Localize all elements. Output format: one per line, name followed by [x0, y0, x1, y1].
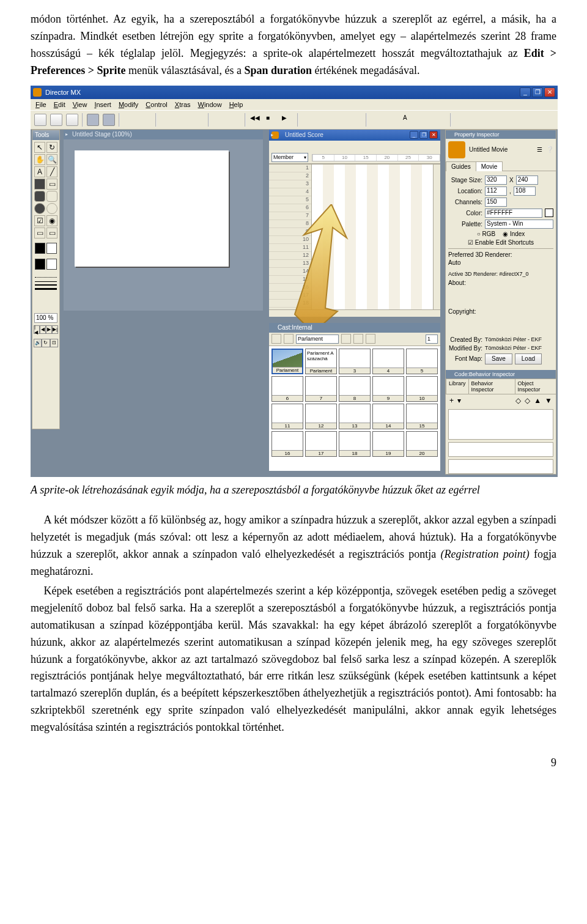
score-row[interactable]: 1 — [269, 164, 311, 172]
score-row[interactable]: 6 — [269, 204, 311, 212]
tab-movie[interactable]: Movie — [476, 161, 503, 171]
loc-y-field[interactable]: 108 — [514, 187, 536, 196]
score-row[interactable]: 14 — [269, 268, 311, 276]
stage-button[interactable] — [302, 114, 314, 126]
score-grid[interactable] — [312, 164, 433, 309]
stepfwd-icon[interactable]: ▶ — [46, 325, 52, 334]
field-tool-icon[interactable]: ▭ — [34, 227, 45, 238]
find-button[interactable] — [213, 114, 225, 126]
cast-cell[interactable]: 18 — [339, 431, 371, 457]
score-row[interactable]: 2 — [269, 172, 311, 180]
cast-cell-1[interactable]: Parlament — [271, 349, 303, 374]
menu-edit[interactable]: Edit — [51, 101, 68, 108]
add-behavior-icon[interactable]: + — [449, 396, 454, 405]
score-row[interactable]: 10 — [269, 236, 311, 244]
line-style-dotted[interactable] — [35, 277, 57, 279]
roundrect-tool-icon[interactable] — [46, 191, 57, 202]
behavior-list[interactable] — [448, 409, 553, 440]
sel-icon[interactable]: ⊡ — [50, 339, 58, 347]
undo-button[interactable] — [124, 114, 136, 126]
cast-cell[interactable]: 7 — [305, 376, 337, 402]
close-button[interactable]: ✕ — [544, 87, 555, 97]
stop-button[interactable]: ■ — [265, 114, 278, 126]
down-icon[interactable]: ▼ — [545, 396, 552, 405]
pref3d-dropdown[interactable]: Auto — [448, 259, 553, 268]
cast-cell[interactable]: 10 — [406, 376, 438, 402]
new-button[interactable] — [34, 114, 46, 126]
vector-button[interactable] — [386, 114, 399, 126]
menu-modify[interactable]: Modify — [116, 101, 141, 108]
cast-cell[interactable]: 8 — [339, 376, 371, 402]
score-close-button[interactable]: ✕ — [429, 131, 438, 139]
maximize-button[interactable]: ❐ — [532, 87, 543, 97]
cast-button[interactable] — [318, 114, 330, 126]
redo-button[interactable] — [139, 114, 152, 126]
filled-ellipse-tool-icon[interactable] — [34, 203, 45, 214]
cast-view-icon[interactable] — [271, 334, 281, 344]
tab-object[interactable]: Object Inspector — [515, 379, 557, 394]
score-button[interactable] — [334, 114, 346, 126]
cast-cell[interactable]: 14 — [372, 404, 404, 429]
score-vscrollbar[interactable] — [433, 164, 440, 309]
script-icon[interactable]: ◇ — [525, 396, 530, 405]
hand-tool-icon[interactable]: ✋ — [34, 154, 45, 165]
tab-library[interactable]: Library — [446, 379, 469, 394]
line-style-3[interactable] — [35, 288, 57, 290]
cast-cell[interactable]: 13 — [339, 404, 371, 429]
shortcut-checkbox[interactable]: ☑ Enable Edit Shortcuts — [468, 239, 534, 246]
score-row[interactable]: 11 — [269, 244, 311, 252]
end-icon[interactable]: ▶| — [52, 325, 58, 334]
foreground-color[interactable] — [35, 243, 45, 254]
stage-area[interactable] — [75, 150, 229, 267]
loc-x-field[interactable]: 112 — [485, 187, 507, 196]
score-row[interactable]: 18 — [269, 300, 311, 308]
radio-tool-icon[interactable]: ◉ — [46, 215, 57, 226]
menu-file[interactable]: File — [33, 101, 49, 108]
save-button[interactable] — [66, 114, 78, 126]
palette-dropdown[interactable]: System - Win — [485, 220, 553, 229]
score-row[interactable]: 5 — [269, 196, 311, 204]
behavior-button[interactable] — [434, 114, 446, 126]
filled-rect-tool-icon[interactable] — [34, 179, 45, 190]
up-icon[interactable]: ▲ — [534, 396, 541, 405]
message-button[interactable] — [471, 114, 483, 126]
score-hscrollbar[interactable] — [269, 309, 440, 317]
score-row[interactable]: 16 — [269, 284, 311, 292]
list-icon[interactable]: ☰ — [537, 146, 542, 153]
minimize-button[interactable]: _ — [520, 87, 531, 97]
score-row[interactable]: 15 — [269, 276, 311, 284]
score-body[interactable]: 1 2 3 4 5 6 7 8 9 10 11 12 13 14 15 16 1 — [269, 164, 440, 317]
menu-insert[interactable]: Insert — [92, 101, 114, 108]
zoom-field[interactable]: 100 % — [34, 313, 57, 323]
loop-icon[interactable]: ↻ — [42, 339, 50, 347]
paint-button[interactable] — [371, 114, 383, 126]
color-swatch-icon[interactable] — [545, 209, 553, 217]
line-style-1[interactable] — [35, 281, 57, 282]
paste-button[interactable] — [192, 114, 204, 126]
pattern-fg[interactable] — [35, 259, 45, 270]
gear-icon[interactable]: ◇ — [515, 396, 521, 405]
rotate-tool-icon[interactable]: ↻ — [46, 142, 57, 153]
behavior-desc[interactable] — [448, 459, 553, 474]
ellipse-tool-icon[interactable] — [46, 203, 57, 214]
cast-prev-icon[interactable] — [341, 334, 351, 344]
button-tool-icon[interactable]: ▭ — [46, 227, 57, 238]
vol-icon[interactable]: 🔊 — [34, 339, 42, 347]
cut-button[interactable] — [160, 114, 172, 126]
line-style-2[interactable] — [35, 284, 57, 286]
cast-cell[interactable]: 19 — [372, 431, 404, 457]
remove-behavior-icon[interactable]: ▾ — [457, 396, 461, 405]
cast-list-icon[interactable] — [284, 334, 294, 344]
cast-drag-icon[interactable] — [366, 334, 375, 344]
score-row[interactable]: 17 — [269, 292, 311, 300]
score-row[interactable]: 8 — [269, 220, 311, 228]
score-row[interactable]: 9 — [269, 228, 311, 236]
arrow-tool-icon[interactable]: ↖ — [34, 142, 45, 153]
checkbox-tool-icon[interactable]: ☑ — [34, 215, 45, 226]
cast-cell[interactable]: 15 — [406, 404, 438, 429]
load-fontmap-button[interactable]: Load — [515, 353, 542, 364]
cast-cell[interactable]: 3 — [339, 349, 371, 374]
script-button[interactable] — [455, 114, 467, 126]
publish-button[interactable] — [103, 114, 115, 126]
score-min-button[interactable]: _ — [410, 131, 418, 139]
